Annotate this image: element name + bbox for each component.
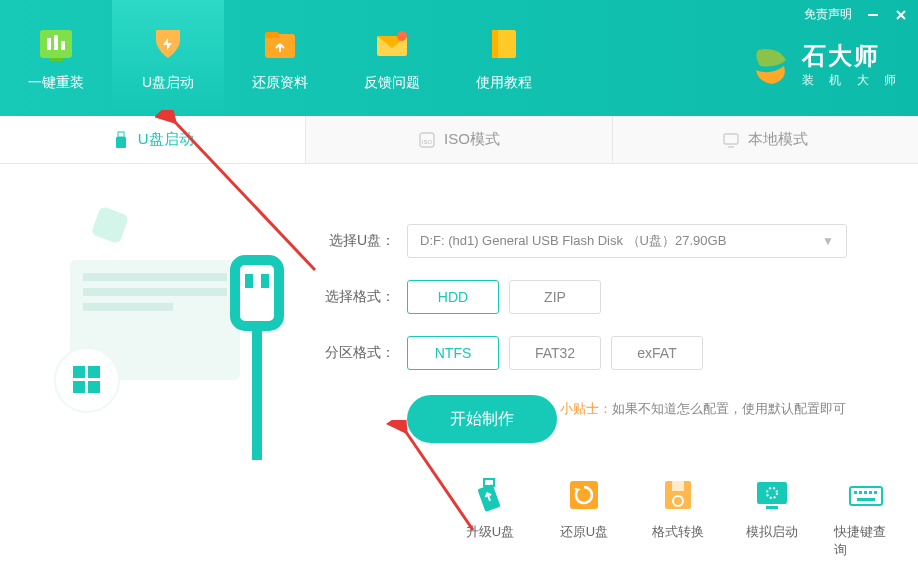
tab-usb-boot[interactable]: U盘启动 [0,116,306,163]
format-zip[interactable]: ZIP [509,280,601,314]
bottom-label: 快捷键查询 [834,523,898,559]
bottom-label: 还原U盘 [560,523,608,541]
nav-reinstall[interactable]: 一键重装 [0,0,112,116]
chevron-down-icon: ▼ [822,234,834,248]
bottom-upgrade-usb[interactable]: 升级U盘 [458,475,522,559]
bottom-nav: 升级U盘 还原U盘 格式转换 模拟启动 快捷键查询 [458,475,898,559]
upload-folder-icon [260,24,300,64]
svg-rect-47 [245,274,253,288]
disclaimer-link[interactable]: 免责声明 [804,6,852,23]
nav-tutorial[interactable]: 使用教程 [448,0,560,116]
usb-upgrade-icon [470,475,510,515]
tab-label: U盘启动 [138,130,194,149]
illustration [45,190,305,450]
tab-label: ISO模式 [444,130,500,149]
iso-icon: ISO [418,131,436,149]
svg-rect-33 [869,491,872,494]
bottom-format-convert[interactable]: 格式转换 [646,475,710,559]
svg-rect-29 [850,487,882,505]
svg-rect-18 [724,134,738,144]
bottom-hotkey[interactable]: 快捷键查询 [834,475,898,559]
minimize-button[interactable] [866,8,880,22]
nav-label: 反馈问题 [364,74,420,92]
tip: 小贴士：如果不知道怎么配置，使用默认配置即可 [560,400,880,418]
bottom-label: 模拟启动 [746,523,798,541]
svg-rect-38 [83,273,227,281]
nav-label: 使用教程 [476,74,532,92]
tab-label: 本地模式 [748,130,808,149]
start-button[interactable]: 开始制作 [407,395,557,443]
disk-icon [658,475,698,515]
svg-rect-32 [864,491,867,494]
brand: 石大师 装 机 大 师 [748,40,902,89]
nav-label: U盘启动 [142,74,194,92]
window-controls: 免责声明 [804,6,908,23]
svg-rect-44 [73,381,85,393]
brand-title: 石大师 [802,40,902,72]
partition-ntfs[interactable]: NTFS [407,336,499,370]
book-icon [484,24,524,64]
svg-rect-22 [570,481,598,509]
svg-rect-2 [54,35,58,50]
nav-label: 还原资料 [252,74,308,92]
svg-rect-39 [83,288,227,296]
format-label: 选择格式： [320,288,395,306]
monitor-icon [722,131,740,149]
tab-iso[interactable]: ISO ISO模式 [306,116,612,163]
svg-rect-30 [854,491,857,494]
svg-rect-15 [116,137,126,148]
svg-rect-3 [61,41,65,50]
bottom-restore-usb[interactable]: 还原U盘 [552,475,616,559]
svg-rect-31 [859,491,862,494]
svg-rect-14 [118,132,124,137]
usb-select-value: D:F: (hd1) General USB Flash Disk （U盘）27… [420,232,726,250]
brand-logo-icon [748,42,794,88]
svg-rect-35 [857,498,875,501]
bottom-label: 格式转换 [652,523,704,541]
shield-icon [148,24,188,64]
svg-rect-4 [49,58,63,61]
tip-text: 如果不知道怎么配置，使用默认配置即可 [612,401,846,416]
nav-restore[interactable]: 还原资料 [224,0,336,116]
svg-rect-6 [265,32,279,38]
usb-select-label: 选择U盘： [320,232,395,250]
svg-rect-42 [73,366,85,378]
svg-rect-10 [492,30,498,58]
svg-rect-28 [766,506,778,509]
usb-icon [112,131,130,149]
nav-feedback[interactable]: 反馈问题 [336,0,448,116]
chart-icon [36,24,76,64]
mail-icon [372,24,412,64]
header: 一键重装 U盘启动 还原资料 反馈问题 使用教程 石大师 装 机 大 师 免责声… [0,0,918,116]
svg-rect-43 [88,366,100,378]
brand-subtitle: 装 机 大 师 [802,72,902,89]
svg-point-8 [397,31,407,41]
tab-local[interactable]: 本地模式 [613,116,918,163]
format-hdd[interactable]: HDD [407,280,499,314]
screen-icon [752,475,792,515]
svg-rect-46 [235,260,279,326]
svg-rect-45 [88,381,100,393]
svg-rect-24 [672,481,684,491]
svg-rect-34 [874,491,877,494]
svg-rect-26 [757,482,787,504]
partition-fat32[interactable]: FAT32 [509,336,601,370]
keyboard-icon [846,475,886,515]
nav-label: 一键重装 [28,74,84,92]
svg-rect-20 [484,479,494,486]
tip-label: 小贴士： [560,401,612,416]
svg-rect-1 [47,38,51,50]
nav-usb-boot[interactable]: U盘启动 [112,0,224,116]
bottom-simulate-boot[interactable]: 模拟启动 [740,475,804,559]
tabs: U盘启动 ISO ISO模式 本地模式 [0,116,918,164]
partition-exfat[interactable]: exFAT [611,336,703,370]
restore-icon [564,475,604,515]
svg-rect-40 [83,303,173,311]
close-button[interactable] [894,8,908,22]
svg-rect-48 [261,274,269,288]
partition-label: 分区格式： [320,344,395,362]
svg-rect-36 [91,206,129,244]
svg-point-41 [55,348,119,412]
usb-select[interactable]: D:F: (hd1) General USB Flash Disk （U盘）27… [407,224,847,258]
bottom-label: 升级U盘 [466,523,514,541]
